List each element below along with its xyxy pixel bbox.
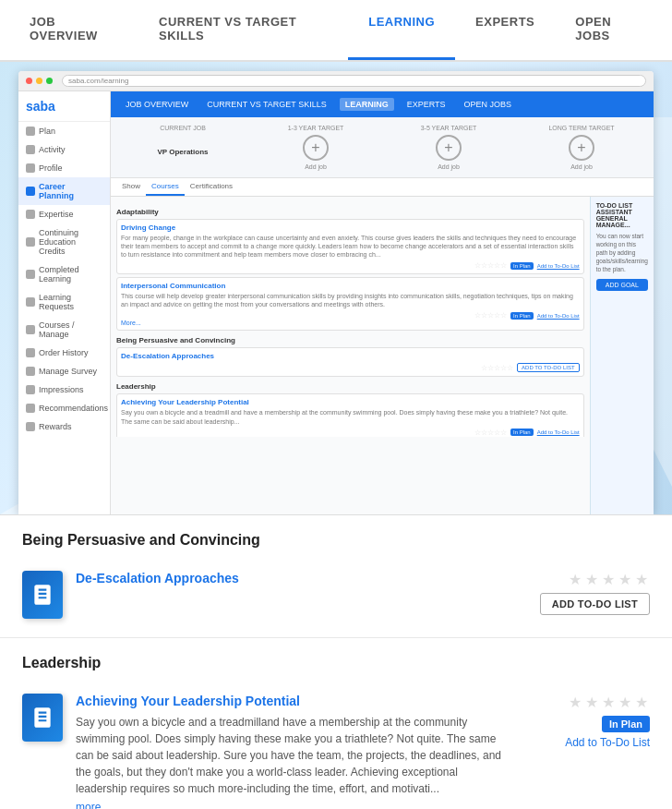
star-3: ★: [602, 571, 617, 586]
add-goal-button[interactable]: ADD GOAL: [596, 279, 648, 291]
inner-tab-current-vs-target[interactable]: CURRENT VS TARGET SKILLS: [201, 98, 331, 111]
course-de-escalation: De-Escalation Approaches ☆☆☆☆☆ ADD TO TO…: [116, 347, 584, 377]
career-planning-icon: [26, 187, 35, 196]
mini-filter-tabs: Show Courses Certifications: [111, 178, 654, 197]
sidebar-item-expertise[interactable]: Expertise: [18, 205, 110, 223]
inner-application: saba.com/learning saba Plan Activity Pro…: [18, 71, 654, 514]
persuasive-card-section: Being Persuasive and Convincing De-Escal…: [0, 515, 672, 638]
mini-tab-show[interactable]: Show: [116, 178, 146, 196]
sidebar-item-plan[interactable]: Plan: [18, 122, 110, 140]
add-job-target3-label: Add job: [517, 163, 646, 170]
interpersonal-title[interactable]: Interpersonal Communication: [121, 282, 580, 290]
target3-col: LONG TERM TARGET + Add job: [517, 125, 646, 170]
sidebar-item-order-history[interactable]: Order History: [18, 344, 110, 362]
de-escalation-stars: ☆☆☆☆☆: [481, 364, 513, 372]
browser-bar: saba.com/learning: [18, 71, 654, 91]
leadership-potential-rating: ★ ★ ★ ★ ★: [569, 694, 650, 708]
book-svg-icon: [30, 583, 54, 607]
browser-dot-maximize: [46, 78, 53, 84]
learning-course-list: Adaptability Driving Change For many peo…: [111, 197, 590, 437]
leadership-potential-card: Achieving Your Leadership Potential Say …: [22, 684, 650, 809]
plan-icon: [26, 127, 35, 136]
sidebar-item-impressions[interactable]: Impressions: [18, 380, 110, 399]
leadership-potential-info: Achieving Your Leadership Potential Say …: [76, 694, 508, 809]
add-job-target1-button[interactable]: +: [303, 135, 329, 161]
sidebar-item-manage-survey[interactable]: Manage Survey: [18, 362, 110, 380]
browser-dot-close: [26, 78, 32, 84]
url-text: saba.com/learning: [68, 77, 128, 85]
driving-change-title[interactable]: Driving Change: [121, 223, 580, 232]
leadership-potential-actions: ☆☆☆☆☆ In Plan Add to To-Do List: [121, 429, 580, 437]
de-escalation-add-todo-btn[interactable]: ADD TO TO-DO LIST: [517, 363, 580, 372]
sidebar-item-profile[interactable]: Profile: [18, 159, 110, 177]
sidebar-logo: saba: [18, 91, 110, 122]
leadership-potential-title[interactable]: Achieving Your Leadership Potential: [121, 398, 580, 406]
tab-current-vs-target[interactable]: CURRENT VS TARGET SKILLS: [138, 0, 348, 60]
de-escalation-right: ★ ★ ★ ★ ★ ADD TO-DO LIST: [521, 571, 650, 615]
tab-job-overview[interactable]: JOB OVERVIEW: [9, 0, 138, 60]
mini-tab-courses[interactable]: Courses: [146, 178, 185, 196]
mini-tab-certifications[interactable]: Certifications: [185, 178, 238, 196]
course-interpersonal: Interpersonal Communication This course …: [116, 277, 584, 331]
de-escalation-add-todo-button[interactable]: ADD TO-DO LIST: [540, 593, 650, 615]
leadership-potential-card-title[interactable]: Achieving Your Leadership Potential: [76, 694, 508, 708]
interpersonal-badge: In Plan: [510, 312, 534, 320]
tab-experts[interactable]: EXPERTS: [455, 0, 555, 60]
sidebar-item-rewards[interactable]: Rewards: [18, 417, 110, 436]
leadership-potential-right: ★ ★ ★ ★ ★ In Plan Add to To-Do List: [521, 694, 650, 749]
expertise-icon: [26, 210, 35, 219]
order-history-icon: [26, 348, 35, 357]
top-navigation: JOB OVERVIEW CURRENT VS TARGET SKILLS LE…: [0, 0, 672, 62]
persuasive-section: Being Persuasive and Convincing: [116, 336, 584, 344]
sidebar-item-activity[interactable]: Activity: [18, 140, 110, 159]
courses-icon: [26, 325, 35, 334]
sidebar-item-learning-requests[interactable]: Learning Requests: [18, 288, 110, 316]
de-escalation-title[interactable]: De-Escalation Approaches: [121, 352, 580, 360]
target1-label: 1-3 YEAR TARGET: [251, 125, 380, 131]
sidebar-item-completed[interactable]: Completed Learning: [18, 260, 110, 288]
tab-open-jobs[interactable]: OPEN JOBS: [555, 0, 663, 60]
interpersonal-more[interactable]: More...: [121, 320, 580, 326]
manage-survey-icon: [26, 367, 35, 376]
inner-main-content: JOB OVERVIEW CURRENT VS TARGET SKILLS LE…: [111, 91, 654, 514]
profile-icon: [26, 163, 35, 173]
leadership-potential-desc: Say you own a bicycle and a treadmill an…: [121, 408, 580, 425]
leadership-potential-add-todo[interactable]: Add to To-Do List: [537, 429, 580, 435]
inner-tab-experts[interactable]: EXPERTS: [402, 98, 451, 111]
leadership-potential-stars: ☆☆☆☆☆: [474, 429, 507, 437]
inner-tab-job-overview[interactable]: JOB OVERVIEW: [120, 98, 194, 111]
browser-url-bar[interactable]: saba.com/learning: [62, 75, 646, 87]
sidebar-item-cec[interactable]: Continuing Education Credits: [18, 223, 110, 260]
sidebar-item-recommendations[interactable]: Recommendations: [18, 399, 110, 417]
leadership-section: Leadership: [116, 382, 584, 391]
add-job-target2-button[interactable]: +: [436, 135, 462, 161]
leadership-potential-in-plan-badge: In Plan: [602, 716, 650, 732]
lp-star-5: ★: [635, 694, 650, 708]
lp-star-2: ★: [585, 694, 600, 708]
impressions-icon: [26, 385, 35, 394]
leadership-potential-more-link[interactable]: more...: [76, 801, 508, 809]
sidebar-item-career-planning[interactable]: Career Planning: [18, 177, 110, 205]
add-job-target3-button[interactable]: +: [569, 135, 594, 161]
de-escalation-card-title[interactable]: De-Escalation Approaches: [76, 571, 508, 586]
de-escalation-info: De-Escalation Approaches: [76, 571, 508, 591]
driving-change-desc: For many people, change in the workplace…: [121, 234, 580, 259]
inner-tab-learning[interactable]: LEARNING: [340, 98, 394, 111]
inner-sidebar: saba Plan Activity Profile Career Planni…: [18, 91, 111, 514]
sidebar-item-courses[interactable]: Courses / Manage: [18, 316, 110, 344]
leadership-potential-add-todo-link[interactable]: Add to To-Do List: [565, 736, 650, 749]
leadership-potential-card-desc: Say you own a bicycle and a treadmilland…: [76, 714, 508, 797]
leadership-potential-badge: In Plan: [510, 429, 534, 436]
browser-dot-minimize: [36, 78, 42, 84]
tab-learning[interactable]: LEARNING: [348, 0, 455, 60]
inner-tab-open-jobs[interactable]: OPEN JOBS: [459, 98, 518, 111]
interpersonal-add-todo[interactable]: Add to To-Do List: [537, 313, 580, 319]
target2-col: 3-5 YEAR TARGET + Add job: [384, 125, 513, 170]
driving-change-add-todo[interactable]: Add to To-Do List: [537, 263, 580, 269]
add-job-target1-label: Add job: [251, 163, 380, 170]
right-panel-title: TO-DO LIST ASSISTANT GENERAL MANAGE...: [596, 202, 648, 228]
de-escalation-rating: ★ ★ ★ ★ ★: [569, 571, 650, 586]
persuasive-section-title: Being Persuasive and Convincing: [22, 532, 650, 549]
activity-icon: [26, 145, 35, 154]
adaptability-section: Adaptability: [116, 208, 584, 216]
